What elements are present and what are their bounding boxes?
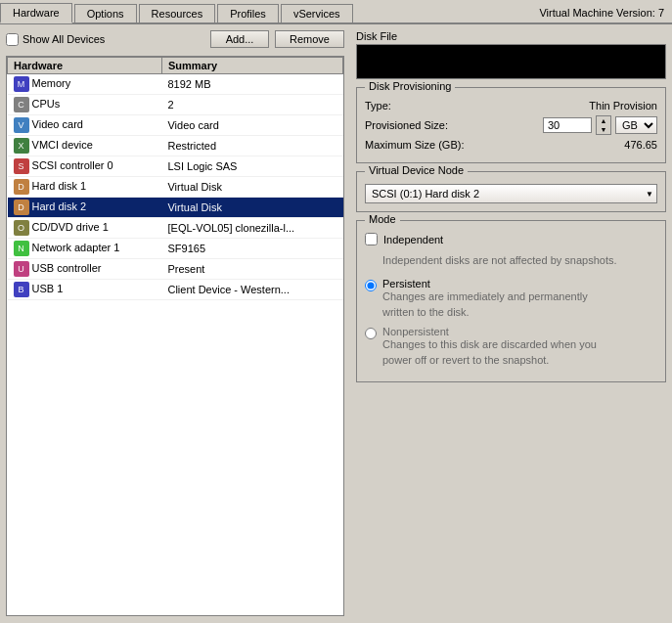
- vdn-select-wrapper: SCSI (0:1) Hard disk 2: [365, 184, 657, 203]
- table-row[interactable]: V Video cardVideo card: [8, 115, 343, 136]
- device-name-cell: M Memory: [8, 74, 162, 95]
- tab-options[interactable]: Options: [74, 4, 137, 22]
- provisioned-size-input-group: ▲ ▼ GB MB: [543, 115, 657, 135]
- device-name-label: Network adapter 1: [29, 242, 120, 253]
- persistent-desc: Changes are immediately and permanently …: [382, 289, 617, 320]
- device-icon: U: [14, 261, 29, 277]
- device-icon: O: [14, 220, 29, 236]
- device-name-cell: D Hard disk 1: [8, 177, 162, 198]
- spin-down-button[interactable]: ▼: [597, 125, 610, 134]
- vdn-select[interactable]: SCSI (0:1) Hard disk 2: [365, 184, 657, 203]
- device-name-cell: S SCSI controller 0: [8, 156, 162, 177]
- disk-provisioning-title: Disk Provisioning: [365, 80, 455, 92]
- mode-title: Mode: [365, 213, 400, 225]
- device-name-label: VMCI device: [29, 139, 93, 151]
- device-icon: S: [14, 158, 29, 174]
- remove-button[interactable]: Remove: [275, 30, 344, 48]
- independent-row: Independent: [365, 233, 657, 245]
- table-row[interactable]: M Memory8192 MB: [8, 74, 343, 95]
- device-icon: X: [14, 138, 29, 154]
- table-row[interactable]: U USB controllerPresent: [8, 259, 343, 280]
- device-name-cell: O CD/DVD drive 1: [8, 218, 162, 239]
- table-row[interactable]: B USB 1Client Device - Western...: [8, 280, 343, 300]
- persistent-content: Persistent Changes are immediately and p…: [382, 278, 617, 320]
- table-row[interactable]: D Hard disk 1Virtual Disk: [8, 177, 343, 198]
- device-summary-cell: 2: [161, 95, 342, 115]
- device-summary-cell: Video card: [161, 115, 342, 136]
- maximum-size-label: Maximum Size (GB):: [365, 139, 472, 151]
- size-unit-select[interactable]: GB MB: [615, 116, 657, 134]
- persistent-radio[interactable]: [365, 280, 377, 291]
- nonpersistent-desc: Changes to this disk are discarded when …: [382, 337, 617, 368]
- device-summary-cell: [EQL-VOL05] clonezilla-l...: [161, 218, 342, 239]
- device-summary-cell: Virtual Disk: [161, 198, 342, 218]
- col-hardware: Hardware: [8, 58, 162, 74]
- table-row[interactable]: N Network adapter 1SF9165: [8, 239, 343, 259]
- device-name-cell: U USB controller: [8, 259, 162, 280]
- device-name-label: USB controller: [29, 262, 102, 274]
- maximum-size-row: Maximum Size (GB): 476.65: [365, 139, 657, 151]
- disk-provisioning-group: Disk Provisioning Type: Thin Provision P…: [356, 87, 666, 163]
- col-summary: Summary: [161, 58, 342, 74]
- device-summary-cell: LSI Logic SAS: [161, 156, 342, 177]
- disk-file-box: [356, 44, 666, 79]
- provisioned-size-row: Provisioned Size: ▲ ▼ GB MB: [365, 115, 657, 135]
- right-panel: Disk File Disk Provisioning Type: Thin P…: [350, 24, 672, 622]
- add-button[interactable]: Add...: [210, 30, 269, 48]
- virtual-device-node-group: Virtual Device Node SCSI (0:1) Hard disk…: [356, 171, 666, 212]
- table-row[interactable]: S SCSI controller 0LSI Logic SAS: [8, 156, 343, 177]
- device-name-label: Hard disk 2: [29, 200, 87, 212]
- device-icon: V: [14, 117, 29, 133]
- table-row[interactable]: C CPUs2: [8, 95, 343, 115]
- device-summary-cell: Restricted: [161, 136, 342, 156]
- table-row[interactable]: X VMCI deviceRestricted: [8, 136, 343, 156]
- tab-bar: Hardware Options Resources Profiles vSer…: [0, 0, 672, 24]
- device-icon: M: [14, 76, 29, 92]
- device-name-label: CD/DVD drive 1: [29, 221, 109, 233]
- tab-resources[interactable]: Resources: [139, 4, 216, 22]
- spin-up-button[interactable]: ▲: [597, 116, 610, 125]
- disk-file-section: Disk File: [356, 30, 666, 79]
- device-summary-cell: Virtual Disk: [161, 177, 342, 198]
- device-icon: D: [14, 179, 29, 195]
- device-name-cell: B USB 1: [8, 280, 162, 300]
- nonpersistent-content: Nonpersistent Changes to this disk are d…: [382, 326, 617, 368]
- nonpersistent-row: Nonpersistent Changes to this disk are d…: [365, 326, 657, 368]
- device-name-label: SCSI controller 0: [29, 159, 113, 171]
- maximum-size-value: 476.65: [472, 139, 657, 151]
- hardware-table-container: Hardware Summary M Memory8192 MBC CPUs2V…: [6, 56, 344, 616]
- independent-desc: Independent disks are not affected by sn…: [382, 254, 617, 266]
- tab-hardware[interactable]: Hardware: [0, 3, 72, 23]
- provisioned-size-input[interactable]: [543, 117, 592, 133]
- persistent-label: Persistent: [382, 278, 617, 289]
- device-name-label: Video card: [29, 118, 83, 130]
- vdn-title: Virtual Device Node: [365, 164, 468, 176]
- device-name-label: CPUs: [29, 98, 61, 110]
- independent-checkbox[interactable]: [365, 233, 378, 245]
- show-all-devices-container: Show All Devices: [6, 33, 204, 46]
- provisioned-size-label: Provisioned Size:: [365, 119, 472, 131]
- left-panel: Show All Devices Add... Remove Hardware …: [0, 24, 350, 622]
- tab-vservices[interactable]: vServices: [281, 4, 353, 22]
- device-name-cell: V Video card: [8, 115, 162, 136]
- device-name-cell: D Hard disk 2: [8, 198, 162, 218]
- nonpersistent-radio[interactable]: [365, 328, 377, 339]
- device-icon: C: [14, 97, 29, 112]
- toolbar: Show All Devices Add... Remove: [6, 30, 344, 48]
- device-icon: N: [14, 241, 29, 256]
- device-name-label: Hard disk 1: [29, 180, 87, 192]
- device-name-cell: C CPUs: [8, 95, 162, 115]
- type-value: Thin Provision: [472, 100, 657, 111]
- device-summary-cell: 8192 MB: [161, 74, 342, 95]
- spin-buttons: ▲ ▼: [596, 115, 611, 135]
- vm-version-label: Virtual Machine Version: 7: [539, 7, 672, 19]
- device-summary-cell: Present: [161, 259, 342, 280]
- table-row[interactable]: O CD/DVD drive 1[EQL-VOL05] clonezilla-l…: [8, 218, 343, 239]
- device-icon: B: [14, 282, 29, 297]
- device-name-label: Memory: [29, 77, 71, 89]
- device-summary-cell: Client Device - Western...: [161, 280, 342, 300]
- tab-profiles[interactable]: Profiles: [217, 4, 279, 22]
- show-all-devices-checkbox[interactable]: [6, 33, 19, 46]
- table-row[interactable]: D Hard disk 2Virtual Disk: [8, 198, 343, 218]
- mode-group: Mode Independent Independent disks are n…: [356, 220, 666, 382]
